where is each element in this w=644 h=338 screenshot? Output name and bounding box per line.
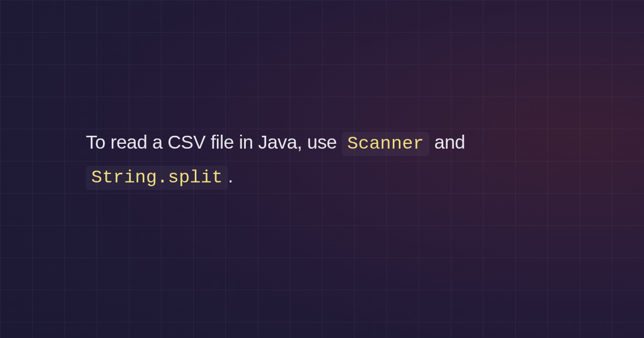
code-token-scanner: Scanner: [342, 132, 429, 156]
text-part-1: To read a CSV file in Java, use: [86, 131, 342, 152]
text-part-3: .: [228, 165, 233, 186]
main-text: To read a CSV file in Java, use Scanner …: [86, 126, 569, 194]
code-token-string-split: String.split: [86, 166, 228, 190]
text-part-2: and: [429, 131, 465, 152]
